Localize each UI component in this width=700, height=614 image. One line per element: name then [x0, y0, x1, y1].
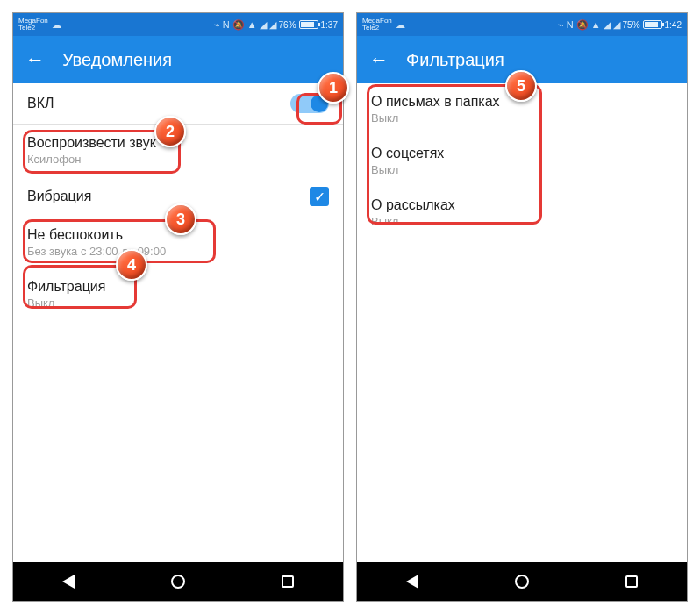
row-filter-title: Фильтрация [27, 279, 105, 295]
status-bar: MegaFon Tele2 ☁ ⌁ N 🔕 ▲ ◢ ◢ 76% 1:37 [13, 13, 343, 36]
marker-1: 1 [318, 72, 349, 104]
row-dnd-title: Не беспокоить [27, 227, 166, 243]
nav-recents[interactable] [614, 564, 649, 599]
row-filter[interactable]: Фильтрация Выкл [13, 268, 343, 320]
nav-recents[interactable] [270, 564, 305, 599]
appbar-title: Фильтрация [406, 50, 504, 70]
signal-icon: ◢ [604, 19, 611, 31]
row-social-sub: Выкл [371, 163, 444, 176]
wifi-icon: ▲ [247, 19, 257, 30]
back-button[interactable]: ← [25, 48, 45, 71]
bluetooth-icon: ⌁ [214, 19, 220, 31]
cloud-icon: ☁ [52, 19, 61, 31]
row-enable-title: ВКЛ [27, 96, 54, 111]
battery-percent: 76% [279, 20, 296, 30]
battery-percent: 75% [623, 20, 640, 30]
nfc-icon: N [223, 19, 230, 30]
battery-icon [299, 20, 318, 29]
android-nav-bar [13, 562, 343, 601]
carrier-2: Tele2 [18, 25, 48, 32]
bluetooth-icon: ⌁ [558, 19, 564, 31]
app-bar: ← Уведомления [13, 36, 343, 83]
marker-2: 2 [154, 116, 186, 147]
row-vibration-title: Вибрация [27, 189, 91, 204]
row-social-title: О соцсетях [371, 146, 444, 161]
signal-icon: ◢ [269, 19, 276, 31]
signal-icon: ◢ [260, 19, 267, 31]
back-button[interactable]: ← [369, 48, 389, 71]
nav-home[interactable] [504, 564, 539, 599]
screenshot-left: MegaFon Tele2 ☁ ⌁ N 🔕 ▲ ◢ ◢ 76% 1:37 ← У… [12, 12, 344, 602]
nfc-icon: N [567, 19, 574, 30]
settings-list: О письмах в папках Выкл О соцсетях Выкл … [357, 83, 687, 562]
status-bar: MegaFon Tele2 ☁ ⌁ N 🔕 ▲ ◢ ◢ 75% 1:42 [357, 13, 687, 36]
checkbox-icon[interactable]: ✓ [310, 187, 329, 206]
row-folders-title: О письмах в папках [371, 94, 500, 110]
row-sound-sub: Ксилофон [27, 153, 156, 166]
carrier-2: Tele2 [362, 25, 392, 32]
row-newsletters-sub: Выкл [371, 215, 455, 228]
row-filter-sub: Выкл [27, 296, 105, 310]
nav-back[interactable] [51, 564, 86, 599]
mute-icon: 🔕 [576, 19, 589, 31]
marker-4: 4 [116, 249, 147, 281]
appbar-title: Уведомления [62, 50, 172, 70]
android-nav-bar [357, 562, 687, 601]
marker-5: 5 [505, 70, 537, 102]
row-newsletters-title: О рассылках [371, 197, 455, 213]
battery-icon [643, 20, 662, 29]
cloud-icon: ☁ [396, 19, 405, 31]
clock: 1:42 [665, 20, 682, 30]
clock: 1:37 [321, 20, 338, 30]
signal-icon: ◢ [613, 19, 620, 31]
wifi-icon: ▲ [591, 19, 601, 30]
row-sound-title: Воспроизвести звук [27, 135, 156, 151]
nav-home[interactable] [161, 564, 196, 599]
row-social[interactable]: О соцсетях Выкл [357, 135, 687, 187]
settings-list: ВКЛ Воспроизвести звук Ксилофон Вибрация… [13, 83, 343, 562]
row-newsletters[interactable]: О рассылках Выкл [357, 187, 687, 239]
mute-icon: 🔕 [232, 19, 245, 31]
row-folders-sub: Выкл [371, 111, 500, 125]
marker-3: 3 [165, 203, 196, 235]
nav-back[interactable] [395, 564, 430, 599]
